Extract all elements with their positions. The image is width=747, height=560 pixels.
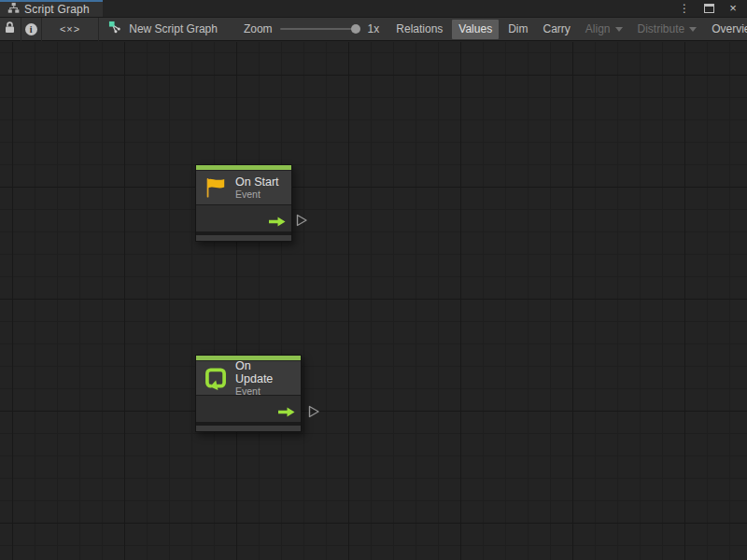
node-header[interactable]: On Start Event bbox=[196, 171, 291, 204]
align-label: Align bbox=[585, 22, 611, 35]
chevron-down-icon bbox=[615, 27, 623, 32]
tab-bar: Script Graph ⋮ × bbox=[0, 0, 747, 18]
relations-button[interactable]: Relations bbox=[388, 18, 450, 41]
new-script-graph-label: New Script Graph bbox=[129, 22, 218, 35]
window-menu-icon[interactable]: ⋮ bbox=[678, 2, 691, 15]
zoom-control: Zoom 1x bbox=[244, 22, 379, 35]
tab-script-graph[interactable]: Script Graph bbox=[0, 0, 103, 17]
lock-button[interactable] bbox=[0, 18, 21, 41]
node-ports-row bbox=[196, 204, 291, 231]
loop-icon bbox=[204, 366, 228, 390]
align-button[interactable]: Align bbox=[578, 18, 630, 41]
window-controls: ⋮ × bbox=[678, 0, 747, 17]
chevron-down-icon bbox=[689, 27, 697, 32]
distribute-label: Distribute bbox=[638, 22, 685, 35]
code-toggle-icon: <×> bbox=[60, 23, 80, 35]
zoom-value: 1x bbox=[368, 22, 380, 35]
tab-title: Script Graph bbox=[24, 3, 90, 16]
flow-arrow-icon bbox=[269, 214, 286, 231]
values-button[interactable]: Values bbox=[452, 20, 499, 39]
output-port-icon[interactable] bbox=[308, 405, 320, 422]
flow-arrow-icon bbox=[278, 404, 295, 421]
node-footer bbox=[196, 422, 301, 431]
node-title: On Start bbox=[235, 175, 279, 189]
dim-button[interactable]: Dim bbox=[500, 18, 535, 41]
node-on-start[interactable]: On Start Event bbox=[195, 164, 292, 242]
graph-node-icon bbox=[108, 21, 122, 37]
script-graph-window: Script Graph ⋮ × i <×> bbox=[0, 0, 747, 560]
node-texts: On Update Event bbox=[235, 359, 291, 397]
node-texts: On Start Event bbox=[235, 175, 279, 200]
zoom-slider[interactable] bbox=[280, 28, 359, 30]
maximize-icon[interactable] bbox=[702, 2, 715, 15]
graph-hierarchy-icon bbox=[7, 2, 20, 17]
node-header[interactable]: On Update Event bbox=[196, 361, 301, 395]
close-icon[interactable]: × bbox=[726, 2, 740, 15]
overview-button[interactable]: Overview bbox=[704, 18, 747, 41]
info-icon: i bbox=[25, 23, 37, 35]
node-footer bbox=[196, 231, 291, 241]
flag-icon bbox=[204, 175, 228, 200]
code-toggle-button[interactable]: <×> bbox=[42, 18, 99, 41]
node-subtitle: Event bbox=[235, 189, 279, 200]
zoom-slider-handle[interactable] bbox=[351, 24, 360, 34]
graph-toolbar: i <×> New Script Graph Zoom 1x bbox=[0, 18, 747, 41]
carry-button[interactable]: Carry bbox=[535, 18, 577, 41]
node-on-update[interactable]: On Update Event bbox=[195, 355, 302, 432]
new-script-graph-button[interactable]: New Script Graph bbox=[99, 18, 227, 41]
toolbar-right-group: Relations Values Dim Carry Align Distrib… bbox=[388, 18, 747, 41]
info-button[interactable]: i bbox=[21, 18, 41, 41]
graph-canvas[interactable]: On Start Event bbox=[0, 42, 747, 560]
node-title: On Update bbox=[235, 359, 291, 385]
zoom-label: Zoom bbox=[244, 22, 273, 35]
lock-icon bbox=[5, 21, 15, 36]
node-ports-row bbox=[196, 395, 301, 422]
distribute-button[interactable]: Distribute bbox=[630, 18, 705, 41]
output-port-icon[interactable] bbox=[296, 214, 308, 231]
